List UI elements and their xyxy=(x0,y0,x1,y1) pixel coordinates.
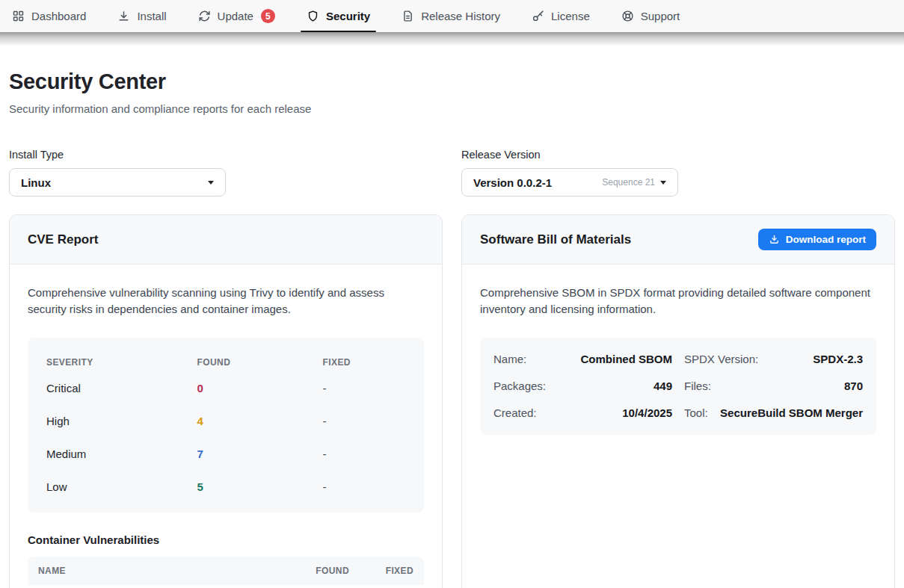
cve-report-description: Comprehensive vulnerability scanning usi… xyxy=(28,285,424,318)
container-vulnerabilities-table-header: NAME FOUND FIXED xyxy=(28,557,424,585)
sbom-detail-label: Name: xyxy=(493,353,526,365)
severity-row: Medium 7 - xyxy=(46,438,405,471)
severity-row: High 4 - xyxy=(46,405,405,438)
severity-label: Low xyxy=(46,480,197,493)
release-version-select[interactable]: Version 0.0.2-1 Sequence 21 xyxy=(461,168,678,196)
sbom-detail-label: Created: xyxy=(493,406,537,419)
sbom-detail-value: SPDX-2.3 xyxy=(813,353,863,365)
sbom-detail-value: Combined SBOM xyxy=(581,353,673,365)
report-cards: CVE Report Comprehensive vulnerability s… xyxy=(9,214,895,588)
sbom-detail-value: 10/4/2025 xyxy=(622,406,672,419)
severity-row: Critical 0 - xyxy=(46,372,405,405)
chevron-down-icon xyxy=(660,181,666,185)
tab-dashboard[interactable]: Dashboard xyxy=(12,0,86,32)
main-content: Security Center Security information and… xyxy=(0,69,904,588)
sbom-details-row: Name: Combined SBOM SPDX Version: SPDX-2… xyxy=(493,346,863,373)
sbom-title: Software Bill of Materials xyxy=(480,232,631,247)
tab-label: Release History xyxy=(421,10,500,22)
sbom-body: Comprehensive SBOM in SPDX format provid… xyxy=(462,264,894,455)
sbom-details: Name: Combined SBOM SPDX Version: SPDX-2… xyxy=(480,338,876,435)
lifebuoy-icon xyxy=(621,10,634,22)
sbom-details-row: Created: 10/4/2025 Tool: SecureBuild SBO… xyxy=(493,400,863,427)
found-count: 5 xyxy=(197,480,323,493)
tab-label: Dashboard xyxy=(31,10,86,22)
key-icon xyxy=(532,10,544,22)
column-header-name: NAME xyxy=(38,566,280,576)
update-count-badge: 5 xyxy=(261,9,275,23)
sbom-card: Software Bill of Materials Download repo… xyxy=(461,214,895,588)
sbom-detail-value: 449 xyxy=(654,380,672,392)
severity-table-header: SEVERITY FOUND FIXED xyxy=(46,353,405,372)
sbom-detail-label: SPDX Version: xyxy=(684,353,758,365)
severity-label: Medium xyxy=(46,448,197,460)
chevron-down-icon xyxy=(208,181,214,185)
refresh-icon xyxy=(198,10,211,22)
tab-label: License xyxy=(551,10,590,22)
tab-label: Install xyxy=(137,10,166,22)
cve-report-card: CVE Report Comprehensive vulnerability s… xyxy=(9,214,443,588)
shield-icon xyxy=(307,10,319,22)
tab-label: Security xyxy=(326,10,370,22)
release-version-value: Version 0.0.2-1 xyxy=(473,176,552,189)
release-sequence: Sequence 21 xyxy=(602,177,655,188)
dashboard-grid-icon xyxy=(12,10,25,22)
cve-report-title: CVE Report xyxy=(28,232,98,247)
document-icon xyxy=(402,10,414,22)
download-icon xyxy=(769,234,780,245)
tab-support[interactable]: Support xyxy=(621,0,680,32)
found-count: 4 xyxy=(197,415,323,427)
severity-label: Critical xyxy=(46,382,197,394)
fixed-count: - xyxy=(323,415,405,427)
column-header-fixed: FIXED xyxy=(372,566,413,576)
cve-report-header: CVE Report xyxy=(10,215,442,264)
sbom-header: Software Bill of Materials Download repo… xyxy=(462,215,894,264)
column-header-found: FOUND xyxy=(303,566,349,576)
filters-row: Install Type Linux Release Version Versi… xyxy=(9,149,895,196)
tab-license[interactable]: License xyxy=(532,0,590,32)
fixed-count: - xyxy=(323,382,405,394)
release-version-filter: Release Version Version 0.0.2-1 Sequence… xyxy=(461,149,895,196)
sbom-detail-label: Tool: xyxy=(684,406,708,419)
page-title: Security Center xyxy=(9,69,895,94)
sbom-detail-label: Files: xyxy=(684,380,711,392)
sbom-detail-value: SecureBuild SBOM Merger xyxy=(720,406,863,419)
fixed-count: - xyxy=(323,480,405,493)
container-vulnerabilities-title: Container Vulnerabilities xyxy=(28,533,424,546)
install-type-filter: Install Type Linux xyxy=(9,149,443,196)
sbom-detail-label: Packages: xyxy=(493,380,546,392)
sbom-details-row: Packages: 449 Files: 870 xyxy=(493,373,863,400)
nav-shadow-band xyxy=(0,32,904,46)
fixed-count: - xyxy=(323,448,405,460)
severity-table: SEVERITY FOUND FIXED Critical 0 - High 4… xyxy=(28,338,424,513)
tab-security[interactable]: Security xyxy=(307,0,370,32)
download-icon xyxy=(117,10,130,22)
release-version-label: Release Version xyxy=(461,149,895,161)
tab-update[interactable]: Update 5 xyxy=(198,0,275,32)
sbom-description: Comprehensive SBOM in SPDX format provid… xyxy=(480,285,876,318)
top-nav: Dashboard Install Update 5 Security Rele… xyxy=(0,0,904,32)
sbom-detail-value: 870 xyxy=(844,380,863,392)
found-count: 7 xyxy=(197,448,323,460)
tab-label: Support xyxy=(641,10,680,22)
column-header-severity: SEVERITY xyxy=(46,357,197,368)
tab-label: Update xyxy=(218,10,253,22)
column-header-found: FOUND xyxy=(197,357,323,368)
column-header-fixed: FIXED xyxy=(323,357,405,368)
install-type-select[interactable]: Linux xyxy=(9,168,226,196)
severity-row: Low 5 - xyxy=(46,471,405,504)
install-type-value: Linux xyxy=(21,176,51,189)
tab-install[interactable]: Install xyxy=(117,0,166,32)
download-report-button[interactable]: Download report xyxy=(758,229,876,250)
download-report-label: Download report xyxy=(786,234,866,245)
install-type-label: Install Type xyxy=(9,149,443,161)
page-subtitle: Security information and compliance repo… xyxy=(9,102,895,115)
severity-label: High xyxy=(46,415,197,427)
found-count: 0 xyxy=(197,382,323,394)
tab-release-history[interactable]: Release History xyxy=(402,0,500,32)
cve-report-body: Comprehensive vulnerability scanning usi… xyxy=(10,264,442,588)
